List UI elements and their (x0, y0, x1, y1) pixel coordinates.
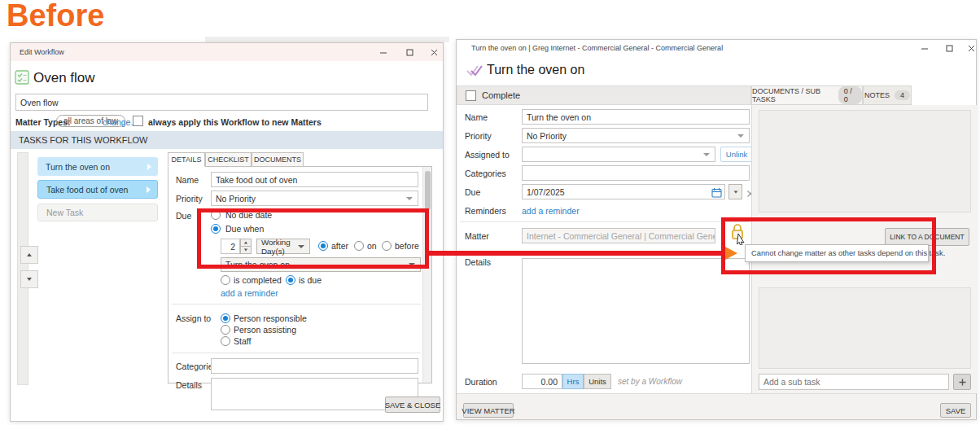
view-matter-button[interactable]: VIEW MATTER (463, 403, 514, 418)
task-item-label: New Task (46, 208, 83, 217)
tab-checklist[interactable]: CHECKLIST (205, 152, 252, 167)
complete-checkbox[interactable] (466, 90, 476, 101)
staff-radio[interactable] (221, 336, 230, 346)
duration-units-toggle[interactable]: Units (584, 374, 611, 389)
highlight-rect-due-when (197, 208, 429, 269)
subtasks-list-area (759, 287, 971, 369)
divider (460, 221, 750, 222)
is-completed-radio[interactable] (221, 275, 230, 285)
add-subtask-button[interactable] (953, 374, 971, 390)
is-due-label: is due (299, 275, 322, 285)
always-apply-label: always apply this Workflow to new Matter… (148, 117, 322, 127)
task-item-label: Take food out of oven (46, 185, 128, 195)
name-label: Name (176, 175, 199, 185)
is-completed-label: is completed (234, 275, 282, 285)
task-arrow-icon (147, 186, 151, 193)
categories-input[interactable] (211, 358, 418, 374)
tab-notes[interactable]: NOTES 4 (863, 85, 912, 105)
tab-documents[interactable]: DOCUMENTS (252, 152, 304, 167)
details-scrollbar[interactable] (422, 167, 431, 383)
staff-label: Staff (234, 336, 251, 346)
workflow-checklist-icon (15, 70, 29, 85)
assigned-to-select[interactable] (522, 147, 715, 162)
task-name-input[interactable] (522, 109, 750, 125)
priority-label: Priority (465, 131, 492, 141)
workflow-name-input[interactable] (15, 94, 428, 111)
documents-list-area (759, 110, 971, 212)
due-date-input[interactable] (522, 184, 725, 199)
matter-label: Matter (465, 231, 489, 241)
tasks-section-header: TASKS FOR THIS WORKFLOW (11, 131, 443, 149)
always-apply-checkbox[interactable] (133, 116, 143, 126)
task-window-title: Turn the oven on | Greg Internet - Comme… (457, 44, 723, 52)
due-dropdown-button[interactable] (728, 184, 742, 199)
categories-input[interactable] (522, 165, 750, 181)
priority-value: No Priority (216, 194, 256, 204)
save-close-button[interactable]: SAVE & CLOSE (385, 397, 440, 413)
background-window-sliver (205, 37, 449, 42)
highlight-arrow-line (427, 251, 725, 256)
close-button[interactable] (965, 42, 977, 54)
close-button[interactable] (428, 46, 440, 58)
complete-label: Complete (482, 90, 520, 100)
priority-value: No Priority (527, 131, 567, 141)
categories-label: Categories (465, 169, 506, 178)
details-label: Details (465, 257, 491, 267)
is-due-radio[interactable] (286, 275, 295, 285)
up-triangle-icon (27, 253, 32, 256)
highlight-rect-matter-lock (721, 217, 936, 274)
tab-label: DOCUMENTS / SUB TASKS (752, 87, 833, 103)
task-details-panel: Name Priority No Priority Due No due dat… (168, 166, 432, 383)
minimize-button[interactable] (378, 46, 389, 58)
tab-label: NOTES (864, 91, 890, 99)
person-responsible-radio[interactable] (221, 313, 230, 323)
task-window-titlebar: Turn the oven on | Greg Internet - Comme… (457, 40, 976, 56)
screenshot-root: Before Edit Workflow Oven flow (0, 0, 980, 425)
maximize-button[interactable] (404, 46, 415, 58)
chevron-down-icon (733, 191, 737, 193)
minimize-icon (921, 44, 929, 52)
details-textarea[interactable] (522, 258, 750, 364)
priority-select[interactable]: No Priority (522, 128, 750, 143)
add-reminder-link[interactable]: add a reminder (522, 206, 580, 216)
unlink-button[interactable]: Unlink (720, 147, 753, 162)
due-label: Due (465, 187, 480, 197)
add-reminder-link[interactable]: add a reminder (221, 288, 278, 298)
edit-workflow-title: Edit Workflow (11, 48, 64, 56)
person-assisting-label: Person assisting (234, 325, 296, 335)
assign-to-label: Assign to (176, 313, 211, 323)
chevron-down-icon (737, 134, 744, 138)
before-annotation: Before (7, 0, 104, 33)
add-subtask-input[interactable] (759, 374, 949, 390)
priority-select[interactable]: No Priority (211, 191, 418, 206)
maximize-button[interactable] (943, 42, 955, 54)
plus-icon (959, 379, 966, 386)
details-scrollbar-thumb[interactable] (425, 171, 431, 210)
due-label: Due (176, 211, 191, 221)
move-task-up-button[interactable] (20, 246, 38, 264)
duration-hrs-toggle[interactable]: Hrs (562, 374, 584, 389)
person-responsible-label: Person responsible (234, 313, 307, 323)
workflow-heading: Oven flow (33, 70, 95, 86)
name-label: Name (465, 112, 488, 122)
task-item-take-food-out[interactable]: Take food out of oven (37, 180, 158, 199)
workflow-note: set by a Workflow (618, 377, 682, 386)
duration-input[interactable] (522, 374, 562, 389)
tab-details[interactable]: DETAILS (168, 152, 205, 167)
task-list-splitter[interactable] (17, 152, 28, 385)
divider (172, 353, 421, 353)
move-task-down-button[interactable] (20, 270, 38, 288)
person-assisting-radio[interactable] (221, 325, 230, 335)
maximize-icon (946, 45, 953, 52)
task-item-new-task[interactable]: New Task (37, 204, 158, 221)
close-icon (431, 49, 438, 56)
details-label: Details (176, 380, 202, 390)
minimize-button[interactable] (919, 42, 930, 54)
calendar-icon[interactable] (711, 186, 722, 201)
task-item-turn-oven-on[interactable]: Turn the oven on (37, 157, 158, 176)
save-button[interactable]: SAVE (940, 403, 971, 418)
task-name-input[interactable] (211, 172, 418, 187)
tab-badge: 4 (895, 90, 910, 100)
task-window-footer (457, 393, 976, 419)
tab-documents-subtasks[interactable]: DOCUMENTS / SUB TASKS 0 / 0 (751, 85, 863, 105)
